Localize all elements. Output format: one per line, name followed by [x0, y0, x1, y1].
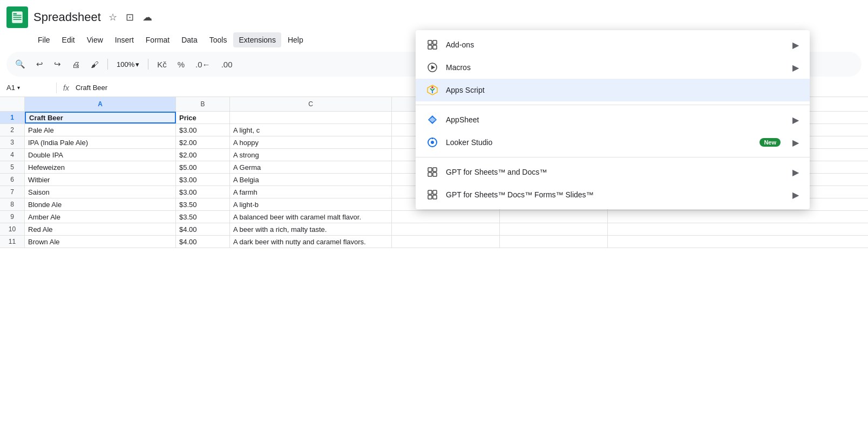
star-icon[interactable]: ☆ — [106, 9, 119, 25]
cell-b3[interactable]: $2.00 — [176, 136, 230, 148]
row-number: 7 — [0, 186, 25, 198]
macros-arrow: ▶ — [792, 63, 799, 73]
extensions-macros-item[interactable]: Macros ▶ — [416, 56, 810, 79]
gpt-sheets-docs-label: GPT for Sheets™ and Docs™ — [446, 168, 785, 176]
cell-a1[interactable]: Craft Beer — [25, 112, 176, 123]
extensions-gpt-sheets-docs-forms-item[interactable]: GPT for Sheets™ Docs™ Forms™ Slides™ ▶ — [416, 183, 810, 206]
sheets-logo — [10, 10, 24, 24]
gpt-sheets-docs-arrow: ▶ — [792, 167, 799, 177]
toolbar-separator-1 — [107, 59, 108, 70]
menu-view[interactable]: View — [82, 32, 109, 47]
col-header-a[interactable]: A — [25, 97, 176, 111]
paint-format-button[interactable]: 🖌 — [86, 57, 103, 72]
cell-b7[interactable]: $3.00 — [176, 186, 230, 198]
cell-c8[interactable]: A light-b — [230, 198, 392, 210]
cell-c11[interactable]: A dark beer with nutty and caramel flavo… — [230, 236, 392, 248]
menu-format[interactable]: Format — [140, 32, 175, 47]
cell-a5[interactable]: Hefeweizen — [25, 161, 176, 173]
apps-script-icon — [426, 84, 438, 96]
cell-b2[interactable]: $3.00 — [176, 124, 230, 136]
cell-e9[interactable] — [500, 211, 608, 223]
cell-c3[interactable]: A hoppy — [230, 136, 392, 148]
addons-icon — [426, 39, 438, 51]
percent-button[interactable]: % — [173, 57, 189, 72]
svg-rect-6 — [433, 40, 437, 44]
row-number: 5 — [0, 161, 25, 173]
cell-a10[interactable]: Red Ale — [25, 223, 176, 235]
cell-a7[interactable]: Saison — [25, 186, 176, 198]
svg-rect-21 — [433, 173, 437, 176]
extensions-gpt-sheets-docs-item[interactable]: GPT for Sheets™ and Docs™ ▶ — [416, 161, 810, 183]
row-number: 3 — [0, 136, 25, 148]
extensions-addons-item[interactable]: Add-ons ▶ — [416, 33, 810, 56]
cell-d10[interactable] — [392, 223, 500, 235]
menu-data[interactable]: Data — [176, 32, 203, 47]
cell-c2[interactable]: A light, c — [230, 124, 392, 136]
cell-e11[interactable] — [500, 236, 608, 248]
redo-button[interactable]: ↪ — [50, 56, 65, 72]
cell-a9[interactable]: Amber Ale — [25, 211, 176, 223]
menu-extensions[interactable]: Extensions — [233, 32, 281, 47]
cell-a2[interactable]: Pale Ale — [25, 124, 176, 136]
cloud-icon[interactable]: ☁ — [140, 9, 154, 25]
svg-rect-2 — [13, 17, 21, 18]
gpt-sheets-docs-icon — [426, 166, 438, 178]
svg-rect-3 — [13, 19, 21, 20]
cell-b10[interactable]: $4.00 — [176, 223, 230, 235]
print-button[interactable]: 🖨 — [67, 57, 84, 72]
toolbar-separator-2 — [148, 59, 148, 70]
menu-help[interactable]: Help — [282, 32, 309, 47]
cell-c1[interactable] — [230, 112, 392, 123]
row-num-header-corner — [0, 97, 25, 111]
cell-b9[interactable]: $3.50 — [176, 211, 230, 223]
folder-icon[interactable]: ⊡ — [124, 9, 136, 25]
extensions-dropdown: Add-ons ▶ Macros ▶ Apps Script — [416, 30, 810, 209]
cell-b6[interactable]: $3.00 — [176, 174, 230, 185]
looker-studio-icon — [426, 136, 438, 148]
cell-a4[interactable]: Double IPA — [25, 149, 176, 161]
extensions-looker-studio-item[interactable]: Looker Studio New ▶ — [416, 131, 810, 154]
app-icon — [6, 6, 28, 28]
col-header-c[interactable]: C — [230, 97, 392, 111]
svg-rect-24 — [428, 195, 432, 199]
cell-c4[interactable]: A strong — [230, 149, 392, 161]
cell-c7[interactable]: A farmh — [230, 186, 392, 198]
table-row: 9 Amber Ale $3.50 A balanced beer with c… — [0, 211, 868, 223]
search-button[interactable]: 🔍 — [11, 56, 30, 72]
svg-rect-7 — [428, 45, 432, 49]
cell-e10[interactable] — [500, 223, 608, 235]
cell-c5[interactable]: A Germa — [230, 161, 392, 173]
col-header-b[interactable]: B — [176, 97, 230, 111]
svg-rect-23 — [433, 190, 437, 194]
cell-a8[interactable]: Blonde Ale — [25, 198, 176, 210]
cell-d9[interactable] — [392, 211, 500, 223]
cell-b5[interactable]: $5.00 — [176, 161, 230, 173]
cell-reference[interactable]: A1 ▾ — [6, 84, 50, 92]
looker-studio-label: Looker Studio — [446, 138, 752, 147]
cell-b1[interactable]: Price — [176, 112, 230, 123]
menu-tools[interactable]: Tools — [204, 32, 233, 47]
currency-button[interactable]: Kč — [153, 57, 171, 72]
extensions-appsheet-item[interactable]: AppSheet ▶ — [416, 108, 810, 131]
cell-c9[interactable]: A balanced beer with caramel malt flavor… — [230, 211, 392, 223]
undo-button[interactable]: ↩ — [32, 56, 48, 72]
decimal-increase-button[interactable]: .00 — [217, 57, 237, 72]
cell-c6[interactable]: A Belgia — [230, 174, 392, 185]
menu-file[interactable]: File — [32, 32, 56, 47]
zoom-control[interactable]: 100% ▾ — [112, 58, 144, 71]
cell-d11[interactable] — [392, 236, 500, 248]
svg-rect-8 — [433, 45, 437, 49]
formula-content[interactable]: Craft Beer — [76, 84, 107, 92]
menu-edit[interactable]: Edit — [57, 32, 80, 47]
menu-insert[interactable]: Insert — [110, 32, 139, 47]
cell-b8[interactable]: $3.50 — [176, 198, 230, 210]
cell-b11[interactable]: $4.00 — [176, 236, 230, 248]
cell-b4[interactable]: $2.00 — [176, 149, 230, 161]
looker-new-badge: New — [760, 138, 781, 147]
decimal-decrease-button[interactable]: .0← — [191, 57, 215, 72]
cell-a6[interactable]: Witbier — [25, 174, 176, 185]
cell-a11[interactable]: Brown Ale — [25, 236, 176, 248]
extensions-apps-script-item[interactable]: Apps Script — [416, 79, 810, 101]
cell-c10[interactable]: A beer with a rich, malty taste. — [230, 223, 392, 235]
cell-a3[interactable]: IPA (India Pale Ale) — [25, 136, 176, 148]
